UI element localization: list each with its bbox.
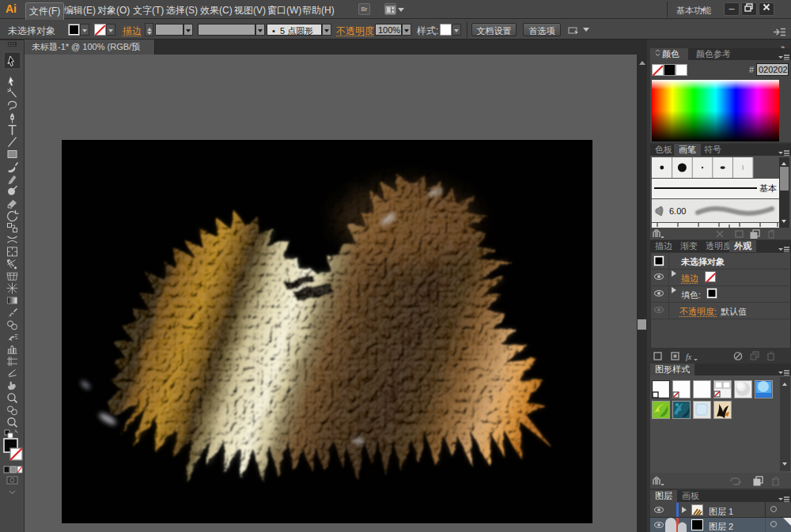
svg-text:fx: fx — [686, 353, 692, 361]
svg-text:6.00: 6.00 — [669, 206, 686, 216]
